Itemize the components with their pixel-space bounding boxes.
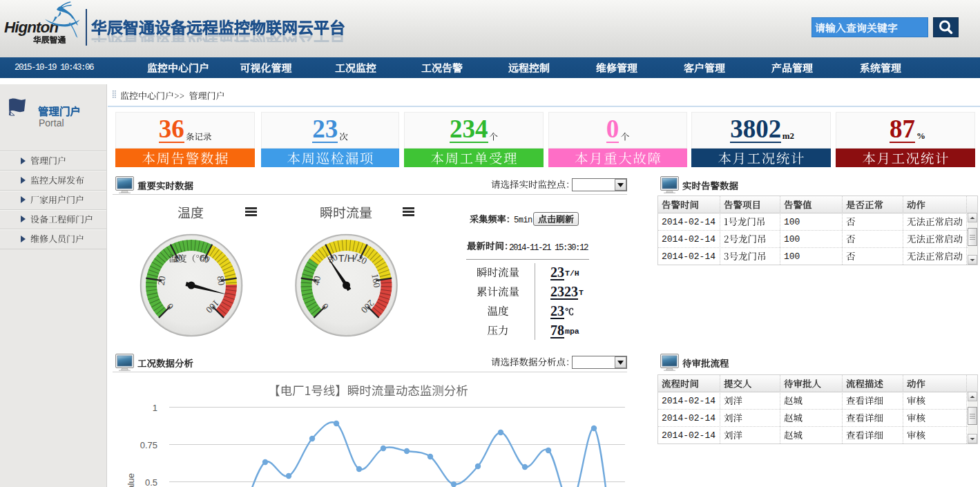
svg-text:0: 0 [164, 301, 175, 312]
svg-text:120: 120 [352, 251, 369, 267]
svg-text:80: 80 [326, 251, 339, 265]
svg-text:40: 40 [171, 251, 184, 265]
svg-text:T/H: T/H [338, 252, 354, 264]
svg-text:200: 200 [359, 298, 376, 315]
svg-text:40: 40 [311, 275, 323, 286]
svg-text:160: 160 [369, 273, 382, 289]
svg-text:60: 60 [198, 252, 211, 266]
svg-text:0: 0 [320, 301, 331, 312]
svg-text:20: 20 [156, 275, 168, 286]
svg-text:80: 80 [215, 275, 227, 286]
svg-text:100: 100 [204, 298, 221, 315]
